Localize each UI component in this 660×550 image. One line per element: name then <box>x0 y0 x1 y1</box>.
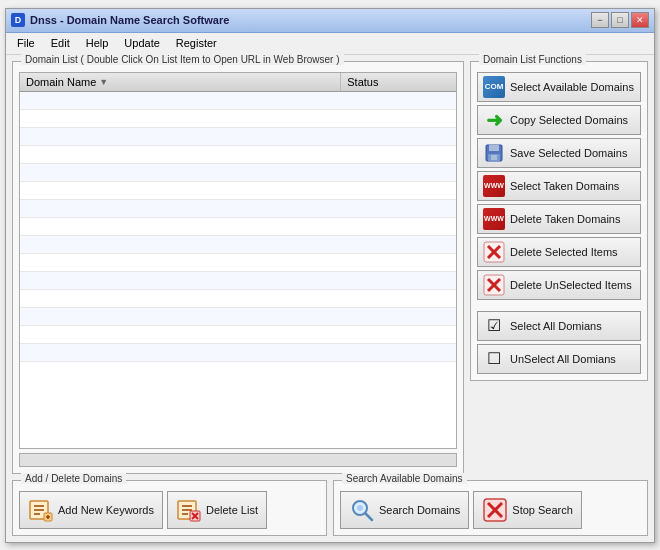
sort-arrow-icon: ▼ <box>99 77 108 87</box>
checkbox-checked-icon: ☑ <box>483 315 505 337</box>
add-keywords-label: Add New Keywords <box>58 504 154 516</box>
functions-group: Domain List Functions COM Select Availab… <box>470 61 648 381</box>
delete-taken-label: Delete Taken Domains <box>510 213 620 225</box>
select-available-label: Select Available Domains <box>510 81 634 93</box>
stop-search-button[interactable]: Stop Search <box>473 491 582 529</box>
svg-line-25 <box>365 513 372 520</box>
www-red-icon: WWW <box>483 208 505 230</box>
list-row <box>20 254 456 272</box>
domain-list-group: Domain List ( Double Click On List Item … <box>12 61 464 474</box>
com-icon: COM <box>483 76 505 98</box>
list-row <box>20 290 456 308</box>
functions-group-label: Domain List Functions <box>479 54 586 65</box>
progress-bar <box>19 453 457 467</box>
copy-icon: ➜ <box>483 109 505 131</box>
save-selected-button[interactable]: Save Selected Domains <box>477 138 641 168</box>
search-available-group-label: Search Available Domains <box>342 473 467 484</box>
main-content: Domain List ( Double Click On List Item … <box>6 55 654 480</box>
minimize-button[interactable]: − <box>591 12 609 28</box>
menu-edit[interactable]: Edit <box>44 35 77 51</box>
list-row <box>20 182 456 200</box>
list-row <box>20 236 456 254</box>
delete-unselected-button[interactable]: Delete UnSelected Items <box>477 270 641 300</box>
svg-rect-1 <box>489 145 499 151</box>
delete-selected-label: Delete Selected Items <box>510 246 618 258</box>
right-panel: Domain List Functions COM Select Availab… <box>470 61 648 474</box>
list-header: Domain Name ▼ Status <box>19 72 457 92</box>
save-selected-label: Save Selected Domains <box>510 147 627 159</box>
column-status: Status <box>341 73 456 91</box>
copy-selected-label: Copy Selected Domains <box>510 114 628 126</box>
list-row <box>20 200 456 218</box>
maximize-button[interactable]: □ <box>611 12 629 28</box>
search-available-group: Search Available Domains Search Domains <box>333 480 648 536</box>
list-row <box>20 326 456 344</box>
delete-unselected-label: Delete UnSelected Items <box>510 279 632 291</box>
delete-taken-button[interactable]: WWW Delete Taken Domains <box>477 204 641 234</box>
delete-list-button[interactable]: Delete List <box>167 491 267 529</box>
list-row <box>20 272 456 290</box>
left-panel: Domain List ( Double Click On List Item … <box>12 61 464 474</box>
close-button[interactable]: ✕ <box>631 12 649 28</box>
title-bar: D Dnss - Domain Name Search Software − □… <box>6 9 654 33</box>
domain-list-group-label: Domain List ( Double Click On List Item … <box>21 54 344 65</box>
add-delete-group: Add / Delete Domains Add New Keywords <box>12 480 327 536</box>
checkbox-unchecked-icon: ☐ <box>483 348 505 370</box>
bottom-section: Add / Delete Domains Add New Keywords <box>6 480 654 542</box>
list-row <box>20 164 456 182</box>
list-row <box>20 128 456 146</box>
delete-selected-icon <box>483 241 505 263</box>
domain-list-body[interactable] <box>19 92 457 449</box>
app-icon: D <box>11 13 25 27</box>
window-controls: − □ ✕ <box>591 12 649 28</box>
add-keywords-button[interactable]: Add New Keywords <box>19 491 163 529</box>
list-row <box>20 218 456 236</box>
menu-register[interactable]: Register <box>169 35 224 51</box>
delete-unselected-icon <box>483 274 505 296</box>
delete-list-icon <box>176 497 202 523</box>
stop-icon <box>482 497 508 523</box>
list-row <box>20 146 456 164</box>
www-blue-icon: WWW <box>483 175 505 197</box>
list-row <box>20 92 456 110</box>
menu-update[interactable]: Update <box>117 35 166 51</box>
search-domains-button[interactable]: Search Domains <box>340 491 469 529</box>
svg-rect-3 <box>491 155 497 160</box>
save-icon <box>483 142 505 164</box>
delete-selected-button[interactable]: Delete Selected Items <box>477 237 641 267</box>
select-taken-button[interactable]: WWW Select Taken Domains <box>477 171 641 201</box>
menu-help[interactable]: Help <box>79 35 116 51</box>
search-domains-label: Search Domains <box>379 504 460 516</box>
window-title: Dnss - Domain Name Search Software <box>30 14 229 26</box>
column-domain-name: Domain Name ▼ <box>20 73 341 91</box>
unselect-all-label: UnSelect All Domians <box>510 353 616 365</box>
select-all-button[interactable]: ☑ Select All Domians <box>477 311 641 341</box>
add-keywords-icon <box>28 497 54 523</box>
main-window: D Dnss - Domain Name Search Software − □… <box>5 8 655 543</box>
search-icon <box>349 497 375 523</box>
copy-selected-button[interactable]: ➜ Copy Selected Domains <box>477 105 641 135</box>
select-taken-label: Select Taken Domains <box>510 180 619 192</box>
stop-search-label: Stop Search <box>512 504 573 516</box>
menu-bar: File Edit Help Update Register <box>6 33 654 55</box>
spacer <box>477 303 641 308</box>
svg-point-26 <box>357 505 363 511</box>
list-row <box>20 110 456 128</box>
unselect-all-button[interactable]: ☐ UnSelect All Domians <box>477 344 641 374</box>
list-row <box>20 308 456 326</box>
list-row <box>20 344 456 362</box>
add-delete-group-label: Add / Delete Domains <box>21 473 126 484</box>
menu-file[interactable]: File <box>10 35 42 51</box>
select-all-label: Select All Domians <box>510 320 602 332</box>
select-available-button[interactable]: COM Select Available Domains <box>477 72 641 102</box>
delete-list-label: Delete List <box>206 504 258 516</box>
